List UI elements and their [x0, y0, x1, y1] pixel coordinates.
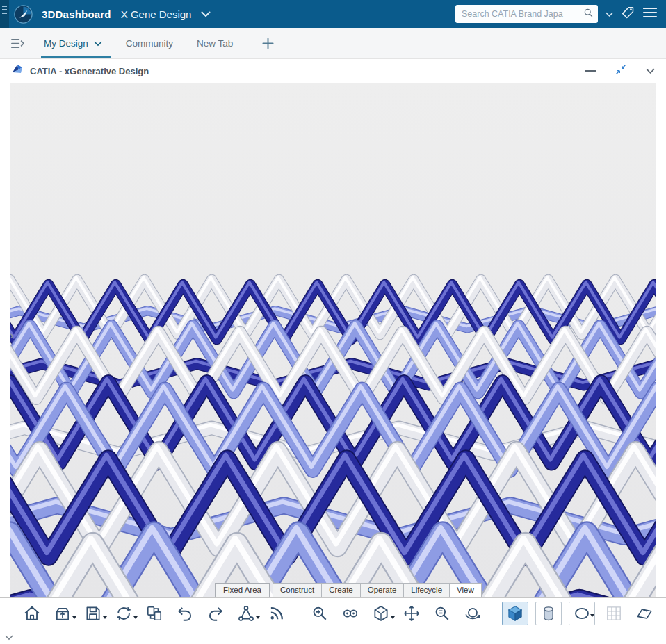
save-icon: [84, 604, 102, 622]
toolbar-section[interactable]: [569, 602, 595, 625]
expand-panel-arrow[interactable]: ›: [10, 327, 20, 345]
tab-label: New Tab: [197, 38, 233, 49]
toolbar-share[interactable]: [49, 600, 76, 627]
top-bar: 3DDashboard X Gene Design: [0, 0, 666, 28]
search-input[interactable]: [455, 9, 583, 19]
action-bar: [0, 597, 666, 629]
zoom-area-icon: [311, 604, 329, 622]
update-icon: [145, 604, 163, 622]
toolbar-save[interactable]: [79, 600, 107, 627]
grid-icon: [605, 604, 623, 622]
dashboard-tab-bar: My Design Community New Tab: [0, 28, 666, 59]
tab-label: Community: [126, 38, 173, 49]
widget-header: CATIA - xGenerative Design: [0, 59, 666, 83]
toolbar-sync[interactable]: [110, 600, 138, 627]
toolbar-overflow-tool[interactable]: [661, 600, 666, 627]
widget-chevron-icon[interactable]: [646, 65, 655, 77]
dependencies-icon: [237, 604, 255, 622]
toolbar-dependencies[interactable]: [232, 600, 260, 627]
section-icon: [573, 604, 591, 622]
catia-app-icon: [11, 63, 24, 79]
toolbar-grid[interactable]: [600, 600, 628, 627]
tab-my-design[interactable]: My Design: [38, 28, 120, 58]
ribbon-tab-label: View: [457, 586, 474, 594]
sync-icon: [115, 604, 133, 622]
toolbar-shading-mode[interactable]: [502, 602, 528, 625]
ribbon-tab-construct[interactable]: Construct: [273, 583, 322, 597]
ribbon-tab-operate[interactable]: Operate: [360, 583, 405, 597]
titles: 3DDashboard X Gene Design: [42, 8, 211, 20]
toolbar-redo[interactable]: [202, 600, 229, 627]
widget-controls: [585, 63, 655, 79]
3d-viewport[interactable]: › Fixed Area Construct Create Operate Li…: [10, 83, 656, 597]
ribbon-tab-label: Construct: [280, 586, 314, 594]
ribbon-area-label: Fixed Area: [215, 583, 270, 597]
examine-icon: [341, 604, 359, 622]
toolbar-view-cube[interactable]: [367, 600, 395, 627]
ribbon-tab-label: Create: [329, 586, 353, 594]
ribbon-tab-strip: Fixed Area Construct Create Operate Life…: [215, 583, 482, 597]
search-scope-chevron-icon[interactable]: [606, 8, 613, 20]
context-title: X Gene Design: [121, 8, 192, 20]
ribbon-tab-lifecycle[interactable]: Lifecycle: [403, 583, 450, 597]
zoom-icon: [433, 604, 451, 622]
stream-icon: [268, 604, 286, 622]
3dexperience-compass-icon[interactable]: [13, 4, 33, 24]
toolbar-stream[interactable]: [263, 600, 291, 627]
toolbar-update[interactable]: [140, 600, 168, 627]
model-lattice: [10, 83, 656, 597]
toolbar-clip-plane[interactable]: [631, 600, 658, 627]
widget-title: CATIA - xGenerative Design: [30, 66, 149, 76]
tab-community[interactable]: Community: [120, 28, 191, 58]
toolbar-undo[interactable]: [171, 600, 199, 627]
toolbar-home[interactable]: [18, 600, 46, 627]
left-edge-menu[interactable]: [0, 0, 9, 28]
collapse-arrows-icon[interactable]: [615, 63, 627, 79]
tab-chevron-icon[interactable]: [94, 38, 102, 49]
menu-icon[interactable]: [643, 7, 657, 21]
toolbar-pan[interactable]: [398, 600, 425, 627]
pan-icon: [403, 604, 421, 622]
toolbar-rotate[interactable]: [459, 600, 487, 627]
toolbar-hide-show[interactable]: [535, 602, 562, 625]
home-icon: [23, 604, 41, 622]
toolbar-zoom[interactable]: [428, 600, 456, 627]
shading-mode-icon: [506, 604, 524, 622]
tab-label: My Design: [44, 38, 88, 49]
ribbon-tab-label: Lifecycle: [411, 586, 442, 594]
clip-plane-icon: [635, 604, 653, 622]
tag-icon[interactable]: [621, 6, 635, 23]
search-icon[interactable]: [583, 8, 594, 21]
share-icon: [54, 604, 72, 622]
ribbon-tab-create[interactable]: Create: [321, 583, 361, 597]
bottom-strip: [0, 629, 666, 642]
panel-toggle-icon[interactable]: [10, 38, 24, 49]
undo-icon: [176, 604, 194, 622]
rotate-icon: [464, 604, 482, 622]
add-tab-button[interactable]: [262, 38, 274, 49]
view-cube-icon: [372, 604, 390, 622]
topbar-right: [455, 5, 666, 23]
minimize-icon[interactable]: [585, 70, 596, 72]
search-box: [455, 5, 598, 23]
collapse-toolbar-chevron-icon[interactable]: [5, 631, 13, 643]
redo-icon: [206, 604, 225, 622]
tab-new-tab[interactable]: New Tab: [191, 28, 251, 58]
toolbar-zoom-area[interactable]: [306, 600, 334, 627]
context-chevron-icon[interactable]: [201, 8, 211, 20]
toolbar-examine[interactable]: [336, 600, 364, 627]
hide-show-icon: [539, 604, 558, 622]
ribbon-tab-label: Operate: [368, 586, 397, 594]
app-title: 3DDashboard: [42, 8, 111, 20]
ribbon-tab-view[interactable]: View: [449, 583, 482, 597]
